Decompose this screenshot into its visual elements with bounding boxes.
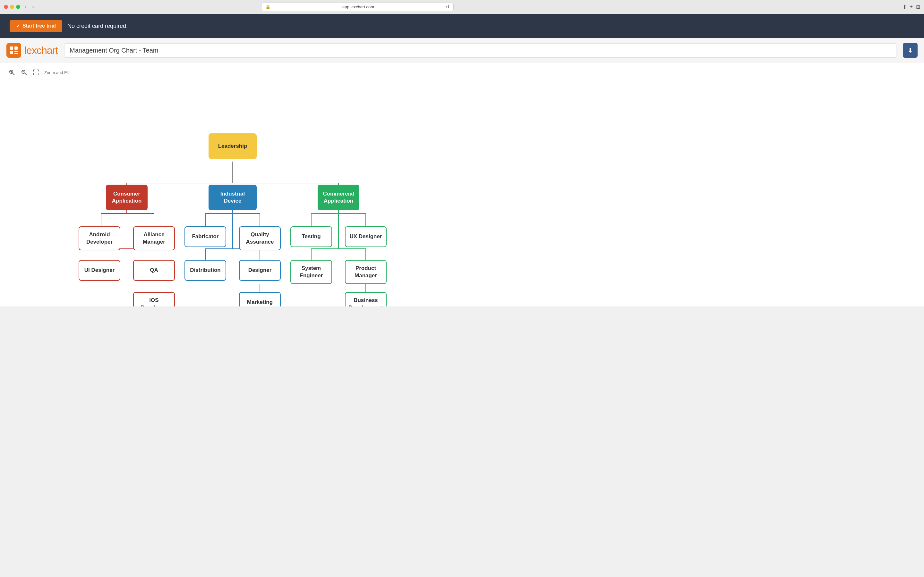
check-icon: ✓: [16, 23, 20, 29]
download-button[interactable]: ⬇: [903, 43, 918, 58]
svg-rect-6: [16, 53, 18, 54]
zoom-out-button[interactable]: [19, 67, 29, 78]
lock-icon: 🔒: [265, 5, 270, 9]
logo: lexchart: [6, 43, 58, 58]
node-quality-assurance[interactable]: QualityAssurance: [239, 226, 281, 250]
reload-icon[interactable]: ↺: [446, 5, 449, 9]
fit-button[interactable]: [31, 67, 42, 78]
trial-button-label: Start free trial: [23, 23, 56, 29]
svg-rect-5: [15, 53, 16, 54]
new-tab-icon[interactable]: +: [910, 4, 913, 10]
trial-banner: ✓ Start free trial No credit card requir…: [0, 14, 924, 38]
back-button[interactable]: ‹: [23, 3, 27, 11]
app-header: lexchart Management Org Chart - Team ⬇: [0, 38, 924, 63]
svg-rect-4: [16, 51, 18, 52]
forward-button[interactable]: ›: [31, 3, 35, 11]
logo-text: lexchart: [24, 45, 58, 56]
node-product-manager[interactable]: ProductManager: [345, 260, 387, 284]
node-distribution[interactable]: Distribution: [184, 260, 226, 281]
node-ios-developer[interactable]: iOSDeveloper: [133, 292, 175, 306]
svg-rect-3: [15, 51, 16, 52]
node-system-engineer[interactable]: SystemEngineer: [290, 260, 332, 284]
trial-button[interactable]: ✓ Start free trial: [10, 20, 62, 32]
download-icon: ⬇: [908, 47, 913, 54]
node-ux-designer[interactable]: UX Designer: [345, 226, 387, 247]
address-bar[interactable]: 🔒 app.lexchart.com ↺: [261, 3, 454, 11]
node-designer[interactable]: Designer: [239, 260, 281, 281]
window-controls: [4, 5, 20, 9]
svg-rect-0: [10, 47, 13, 50]
svg-line-8: [13, 73, 15, 75]
chart-toolbar: Zoom and Fit: [0, 63, 924, 82]
node-testing[interactable]: Testing: [290, 226, 332, 247]
trial-subtitle: No credit card required.: [67, 23, 128, 29]
grid-icon[interactable]: ⊞: [916, 4, 920, 10]
org-chart: Leadership ConsumerApplication Industria…: [10, 92, 914, 297]
logo-icon: [6, 43, 21, 58]
node-marketing[interactable]: Marketing: [239, 292, 281, 306]
svg-rect-2: [10, 51, 13, 54]
minimize-button[interactable]: [10, 5, 14, 9]
url-text: app.lexchart.com: [272, 5, 444, 9]
browser-toolbar: ⬆ + ⊞: [903, 4, 920, 10]
node-commercial-app[interactable]: CommercialApplication: [318, 185, 359, 210]
zoom-fit-label: Zoom and Fit: [44, 70, 69, 75]
node-android-developer[interactable]: AndroidDeveloper: [79, 226, 120, 250]
node-consumer-app[interactable]: ConsumerApplication: [106, 185, 148, 210]
node-fabricator[interactable]: Fabricator: [184, 226, 226, 247]
node-leadership[interactable]: Leadership: [208, 133, 257, 159]
maximize-button[interactable]: [16, 5, 20, 9]
svg-rect-1: [15, 47, 18, 50]
node-business-development[interactable]: BusinessDevelopment: [345, 292, 387, 306]
node-qa[interactable]: QA: [133, 260, 175, 281]
node-alliance-manager[interactable]: AllianceManager: [133, 226, 175, 250]
browser-chrome: ‹ › 🔒 app.lexchart.com ↺ ⬆ + ⊞: [0, 0, 924, 14]
share-icon[interactable]: ⬆: [903, 4, 907, 10]
document-title[interactable]: Management Org Chart - Team: [64, 43, 897, 58]
node-industrial-device[interactable]: IndustrialDevice: [208, 185, 257, 210]
node-ui-designer[interactable]: UI Designer: [79, 260, 120, 281]
chart-area: Leadership ConsumerApplication Industria…: [0, 82, 924, 306]
close-button[interactable]: [4, 5, 8, 9]
zoom-in-button[interactable]: [6, 67, 17, 78]
svg-line-12: [25, 73, 27, 75]
